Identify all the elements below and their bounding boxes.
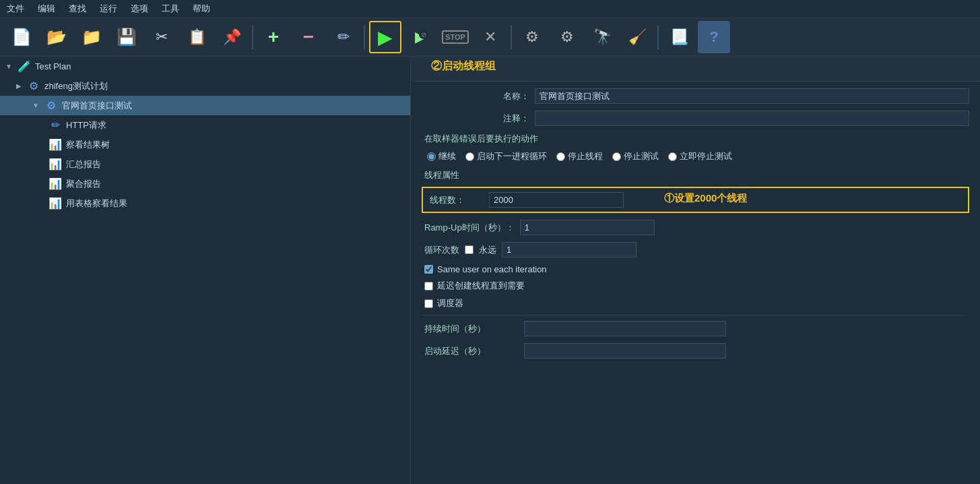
template-button[interactable]: 📃 — [663, 21, 695, 53]
browse-button[interactable]: ✏ — [327, 21, 360, 53]
search-button[interactable]: 🔭 — [586, 21, 618, 53]
tree-item-test-plan[interactable]: ▼ 🧪 Test Plan — [0, 57, 410, 76]
comment-input[interactable] — [535, 111, 969, 126]
sidebar: ▼ 🧪 Test Plan ▶ ⚙ zhifeng测试计划 ▼ ⚙ 官网首页接口… — [0, 57, 411, 484]
guanwang-group-label: 官网首页接口测试 — [62, 100, 132, 112]
same-user-checkbox[interactable] — [424, 265, 433, 274]
delay-create-checkbox[interactable] — [424, 282, 433, 291]
zhifeng-icon: ⚙ — [27, 80, 40, 92]
shutdown-icon: ✕ — [484, 28, 496, 46]
startup-delay-input[interactable] — [524, 343, 726, 359]
menu-edit[interactable]: 编辑 — [35, 1, 58, 16]
run-icon: ▶ — [378, 26, 393, 49]
loop-forever-checkbox[interactable] — [465, 245, 473, 254]
menu-run[interactable]: 运行 — [97, 1, 120, 16]
browse-icon: ✏ — [337, 28, 350, 46]
open-button[interactable]: 📂 — [40, 21, 73, 53]
tree-item-http-request[interactable]: ✏ HTTP请求 — [0, 115, 410, 135]
save-as-button[interactable]: 📁 — [75, 21, 108, 53]
copy-button[interactable]: 📋 — [181, 21, 213, 53]
arrow-zhifeng: ▶ — [16, 82, 22, 90]
table-results-icon: 📊 — [48, 197, 62, 210]
radio-stop-test-label: 停止测试 — [624, 150, 659, 162]
divider1 — [422, 315, 969, 315]
broom-icon: 🧹 — [628, 28, 647, 46]
sep1 — [252, 25, 253, 49]
arrow-test-plan: ▼ — [5, 63, 12, 70]
duration-input[interactable] — [524, 321, 726, 336]
error-section-title: 在取样器错误后要执行的动作 — [422, 133, 969, 145]
tree-item-zhifeng[interactable]: ▶ ⚙ zhifeng测试计划 — [0, 76, 410, 96]
shutdown-button[interactable]: ✕ — [474, 21, 507, 53]
tree-item-table-results[interactable]: 📊 用表格察看结果 — [0, 193, 410, 213]
view-results-icon: 📊 — [48, 138, 62, 151]
broom-button[interactable]: 🧹 — [621, 21, 653, 53]
remove-icon: − — [303, 26, 314, 48]
clear-all-icon: ⚙ — [560, 28, 574, 46]
comment-row: 注释： — [422, 111, 969, 126]
radio-stop-thread[interactable]: 停止线程 — [556, 150, 603, 162]
add-icon: + — [268, 26, 279, 48]
radio-stop-thread-input[interactable] — [556, 152, 565, 161]
radio-next-loop[interactable]: 启动下一进程循环 — [465, 150, 547, 162]
right-panel: ②启动线程组 名称： 注释： 在取样器错误后要执行的动作 — [411, 57, 980, 484]
tree-item-summary-report[interactable]: 📊 汇总报告 — [0, 154, 410, 174]
stop-button[interactable]: STOP — [439, 21, 471, 53]
scheduler-checkbox[interactable] — [424, 299, 433, 308]
table-results-label: 用表格察看结果 — [66, 198, 127, 210]
run-no-pause-icon: ▶⊘ — [415, 28, 426, 46]
save-button[interactable]: 💾 — [110, 21, 143, 53]
paste-icon: 📌 — [223, 28, 241, 46]
guanwang-group-icon: ⚙ — [44, 99, 58, 112]
form-area: 名称： 注释： 在取样器错误后要执行的动作 继续 启动下一进程循环 — [411, 82, 980, 372]
menu-file[interactable]: 文件 — [4, 1, 27, 16]
menu-tools[interactable]: 工具 — [159, 1, 182, 16]
toolbar: 📄 📂 📁 💾 ✂ 📋 📌 + − ✏ ▶ ▶⊘ — [0, 18, 980, 57]
summary-report-icon: 📊 — [48, 158, 62, 171]
radio-next-loop-input[interactable] — [465, 152, 474, 161]
paste-button[interactable]: 📌 — [216, 21, 248, 53]
run-no-pause-button[interactable]: ▶⊘ — [404, 21, 436, 53]
radio-continue-input[interactable] — [427, 152, 436, 161]
search-icon: 🔭 — [593, 28, 612, 46]
menu-search[interactable]: 查找 — [66, 1, 89, 16]
zhifeng-label: zhifeng测试计划 — [44, 80, 108, 92]
thread-count-input[interactable] — [489, 192, 624, 208]
thread-count-label: 线程数： — [430, 194, 484, 206]
template-icon: 📃 — [670, 28, 688, 46]
radio-stop-thread-label: 停止线程 — [568, 150, 603, 162]
aggregate-report-icon: 📊 — [48, 177, 62, 190]
name-row: 名称： — [422, 88, 969, 104]
radio-stop-test-now[interactable]: 立即停止测试 — [668, 150, 732, 162]
menu-options[interactable]: 选项 — [128, 1, 151, 16]
name-label: 名称： — [422, 90, 529, 102]
add-button[interactable]: + — [257, 21, 290, 53]
help-button[interactable]: ? — [698, 21, 730, 53]
loop-row: 循环次数 永远 — [422, 242, 969, 258]
tree-item-view-results[interactable]: 📊 察看结果树 — [0, 135, 410, 154]
clear-button[interactable]: ⚙ — [516, 21, 548, 53]
menu-help[interactable]: 帮助 — [190, 1, 213, 16]
sep3 — [511, 25, 512, 49]
radio-continue[interactable]: 继续 — [427, 150, 456, 162]
radio-stop-test-input[interactable] — [612, 152, 621, 161]
test-plan-icon: 🧪 — [18, 60, 31, 73]
radio-continue-label: 继续 — [438, 150, 456, 162]
delay-create-row: 延迟创建线程直到需要 — [422, 280, 969, 292]
duration-row: 持续时间（秒） — [422, 321, 969, 336]
radio-stop-test-now-input[interactable] — [668, 152, 677, 161]
same-user-row: Same user on each iteration — [422, 264, 969, 274]
loop-count-input[interactable] — [502, 242, 636, 258]
tree-item-aggregate-report[interactable]: 📊 聚合报告 — [0, 174, 410, 193]
new-button[interactable]: 📄 — [5, 21, 38, 53]
ramp-up-input[interactable] — [520, 220, 655, 235]
main-area: ▼ 🧪 Test Plan ▶ ⚙ zhifeng测试计划 ▼ ⚙ 官网首页接口… — [0, 57, 980, 484]
tree-item-guanwang-group[interactable]: ▼ ⚙ 官网首页接口测试 — [0, 96, 410, 115]
radio-stop-test[interactable]: 停止测试 — [612, 150, 659, 162]
ramp-up-row: Ramp-Up时间（秒）： — [422, 220, 969, 235]
run-button[interactable]: ▶ — [369, 21, 401, 53]
remove-button[interactable]: − — [292, 21, 325, 53]
clear-all-button[interactable]: ⚙ — [551, 21, 583, 53]
name-input[interactable] — [535, 88, 969, 104]
cut-button[interactable]: ✂ — [145, 21, 178, 53]
